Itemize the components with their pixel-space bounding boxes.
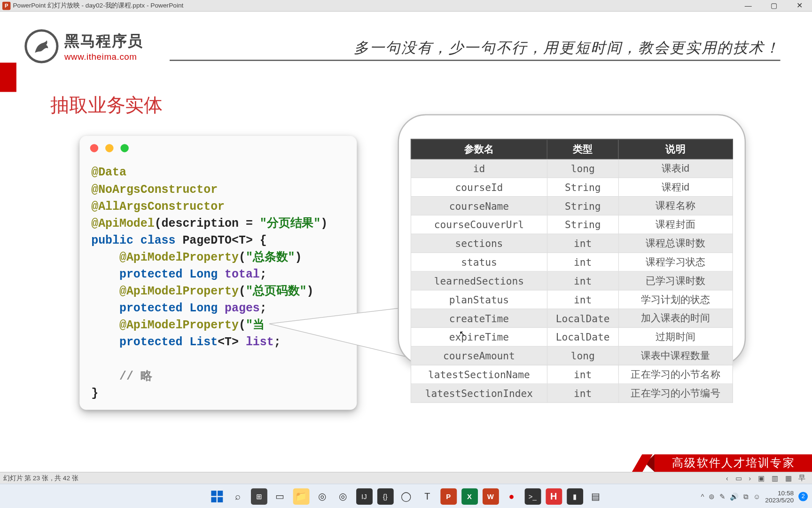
cell-param-name: createTime bbox=[411, 309, 547, 328]
cell-param-name: sections bbox=[411, 234, 547, 253]
cell-type: int bbox=[547, 271, 618, 290]
date-text: 2023/5/20 bbox=[765, 496, 794, 503]
cell-param-name: planStatus bbox=[411, 290, 547, 309]
browser-icon[interactable]: ◎ bbox=[335, 488, 351, 505]
view-reading-icon[interactable]: ▦ bbox=[781, 474, 795, 482]
window-titlebar: P PowerPoint 幻灯片放映 - day02-我的课程.pptx - P… bbox=[0, 0, 812, 12]
intellij-icon[interactable]: IJ bbox=[356, 488, 372, 505]
network-icon[interactable]: ⧉ bbox=[743, 492, 749, 500]
github-icon[interactable]: ◯ bbox=[398, 488, 414, 505]
slide-canvas[interactable]: 黑马程序员 www.itheima.com 多一句没有，少一句不行，用更短时间，… bbox=[0, 12, 812, 472]
cell-desc: 正在学习的小节编号 bbox=[618, 384, 733, 403]
clock[interactable]: 10:58 2023/5/20 bbox=[765, 489, 794, 503]
cell-desc: 课程名称 bbox=[618, 197, 733, 215]
slide-thumb-icon[interactable]: ▭ bbox=[732, 474, 745, 482]
widgets-icon[interactable]: ▭ bbox=[272, 488, 288, 505]
mac-min-icon bbox=[105, 144, 113, 152]
cell-type: long bbox=[547, 159, 618, 178]
parameter-table-card: 参数名 类型 说明 idlong课表idcourseIdString课程idco… bbox=[398, 114, 746, 366]
cell-param-name: expireTime bbox=[411, 327, 547, 346]
status-bar: 幻灯片 第 23 张，共 42 张 ‹ ▭ › ▣ ▥ ▦ 早 bbox=[0, 472, 812, 484]
cell-desc: 正在学习的小节名称 bbox=[618, 365, 733, 384]
col-desc: 说明 bbox=[618, 139, 733, 159]
table-row: courseNameString课程名称 bbox=[411, 197, 733, 215]
header-divider bbox=[170, 60, 781, 61]
table-row: latestSectionIndexint正在学习的小节编号 bbox=[411, 384, 733, 403]
minimize-button[interactable]: — bbox=[735, 1, 761, 9]
taskview-icon[interactable]: ⊞ bbox=[250, 488, 267, 505]
horse-icon bbox=[24, 29, 58, 63]
cell-param-name: courseId bbox=[411, 178, 547, 197]
text-tool-icon[interactable]: T bbox=[419, 488, 436, 505]
view-slideshow-icon[interactable]: 早 bbox=[795, 473, 809, 483]
prev-slide-button[interactable]: ‹ bbox=[722, 474, 732, 482]
tray-chevron-icon[interactable]: ^ bbox=[701, 492, 704, 500]
brand-url: www.itheima.com bbox=[64, 52, 143, 62]
start-button[interactable] bbox=[209, 488, 225, 505]
cell-type: LocalDate bbox=[547, 327, 618, 346]
terminal-icon[interactable]: >_ bbox=[524, 488, 541, 505]
table-row: expireTimeLocalDate过期时间 bbox=[411, 327, 733, 346]
cell-type: long bbox=[547, 346, 618, 365]
ime-icon[interactable]: ☺ bbox=[753, 492, 760, 500]
close-button[interactable]: ✕ bbox=[787, 1, 812, 10]
next-slide-button[interactable]: › bbox=[745, 474, 755, 482]
brand-slogan: 多一句没有，少一句不行，用更短时间，教会更实用的技术！ bbox=[354, 38, 780, 57]
table-row: statusint课程学习状态 bbox=[411, 253, 733, 271]
cell-desc: 课程id bbox=[618, 178, 733, 197]
table-row: latestSectionNameint正在学习的小节名称 bbox=[411, 365, 733, 384]
app-h-icon[interactable]: H bbox=[546, 488, 562, 505]
search-icon[interactable]: ⌕ bbox=[230, 488, 246, 505]
cell-param-name: latestSectionIndex bbox=[411, 384, 547, 403]
mac-close-icon bbox=[90, 144, 98, 152]
volume-icon[interactable]: 🔊 bbox=[730, 492, 739, 500]
system-tray[interactable]: ^ ⊚ ✎ 🔊 ⧉ ☺ 10:58 2023/5/20 2 bbox=[701, 489, 808, 503]
mac-max-icon bbox=[120, 144, 128, 152]
cell-param-name: id bbox=[411, 159, 547, 178]
cell-type: String bbox=[547, 197, 618, 215]
taskbar[interactable]: ⌕ ⊞ ▭ 📁 ◎ ◎ IJ {} ◯ T P X W ● >_ H ▮ ▤ ^… bbox=[0, 484, 812, 508]
cell-desc: 过期时间 bbox=[618, 327, 733, 346]
code-window: @Data @NoArgsConstructor @AllArgsConstru… bbox=[79, 136, 357, 410]
record-icon[interactable]: ● bbox=[503, 488, 520, 505]
view-normal-icon[interactable]: ▣ bbox=[755, 474, 768, 482]
cell-param-name: learnedSections bbox=[411, 271, 547, 290]
onedrive-icon[interactable]: ⊚ bbox=[709, 492, 714, 500]
file-explorer-icon[interactable]: 📁 bbox=[293, 488, 309, 505]
view-sorter-icon[interactable]: ▥ bbox=[768, 474, 781, 482]
section-title: 抽取业务实体 bbox=[50, 93, 163, 119]
cell-param-name: status bbox=[411, 253, 547, 271]
parameter-table: 参数名 类型 说明 idlong课表idcourseIdString课程idco… bbox=[411, 139, 733, 403]
cell-desc: 已学习课时数 bbox=[618, 271, 733, 290]
cell-desc: 学习计划的状态 bbox=[618, 290, 733, 309]
notes-icon[interactable]: ▤ bbox=[587, 488, 604, 505]
maximize-button[interactable]: ▢ bbox=[761, 1, 787, 9]
cell-param-name: courseCouverUrl bbox=[411, 215, 547, 234]
code-icon[interactable]: {} bbox=[377, 488, 393, 505]
chrome-icon[interactable]: ◎ bbox=[314, 488, 330, 505]
table-row: sectionsint课程总课时数 bbox=[411, 234, 733, 253]
table-row: learnedSectionsint已学习课时数 bbox=[411, 271, 733, 290]
cell-desc: 课表id bbox=[618, 159, 733, 178]
cell-param-name: courseAmount bbox=[411, 346, 547, 365]
powerpoint-icon: P bbox=[2, 1, 10, 9]
pen-icon[interactable]: ✎ bbox=[719, 492, 725, 500]
slide-decor-left bbox=[0, 63, 16, 92]
cell-type: LocalDate bbox=[547, 309, 618, 328]
col-type: 类型 bbox=[547, 139, 618, 159]
cell-desc: 课表中课程数量 bbox=[618, 346, 733, 365]
brand-logo: 黑马程序员 www.itheima.com bbox=[24, 29, 143, 63]
cell-type: int bbox=[547, 290, 618, 309]
footer-ribbon: 高级软件人才培训专家 bbox=[655, 454, 812, 472]
cell-type: int bbox=[547, 253, 618, 271]
console-icon[interactable]: ▮ bbox=[567, 488, 583, 505]
notification-badge[interactable]: 2 bbox=[798, 492, 808, 501]
cell-type: String bbox=[547, 215, 618, 234]
powerpoint-taskbar-icon[interactable]: P bbox=[440, 488, 457, 505]
excel-icon[interactable]: X bbox=[461, 488, 478, 505]
word-icon[interactable]: W bbox=[482, 488, 499, 505]
col-param-name: 参数名 bbox=[411, 139, 547, 159]
table-row: idlong课表id bbox=[411, 159, 733, 178]
cell-type: int bbox=[547, 365, 618, 384]
cell-desc: 课程封面 bbox=[618, 215, 733, 234]
